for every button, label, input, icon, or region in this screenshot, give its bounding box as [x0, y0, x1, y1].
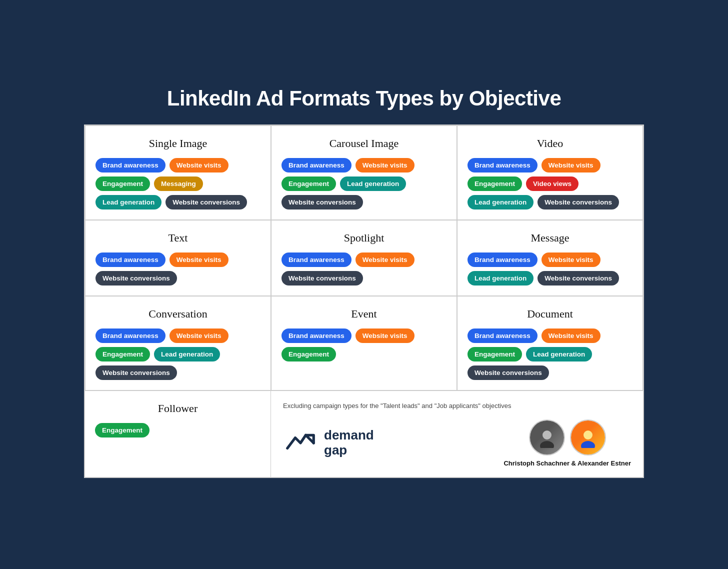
svg-point-1: [540, 441, 554, 448]
tag-brand-awareness: Brand awareness: [282, 252, 352, 267]
tag-website-visits: Website visits: [170, 158, 228, 172]
cell-title-video: Video: [468, 137, 632, 150]
logo-area: demandgap: [283, 428, 374, 458]
cell-title-follower: Follower: [95, 402, 260, 415]
tag-brand-awareness: Brand awareness: [282, 328, 352, 343]
cell-spotlight: SpotlightBrand awarenessWebsite visitsWe…: [271, 220, 457, 296]
svg-point-2: [584, 430, 592, 440]
tags-event: Brand awarenessWebsite visitsEngagement: [282, 328, 446, 362]
tag-brand-awareness: Brand awareness: [96, 252, 166, 267]
cell-title-document: Document: [468, 308, 632, 320]
cell-message: MessageBrand awarenessWebsite visitsLead…: [457, 220, 643, 296]
tag-website-visits: Website visits: [356, 252, 414, 267]
tag-brand-awareness: Brand awareness: [468, 328, 538, 343]
cell-title-carousel-image: Carousel Image: [282, 137, 446, 150]
cell-conversation: ConversationBrand awarenessWebsite visit…: [85, 296, 271, 390]
tags-video: Brand awarenessWebsite visitsEngagementV…: [468, 158, 632, 210]
avatar-christoph-image: [530, 420, 564, 454]
tag-website-conversions: Website conversions: [166, 195, 247, 210]
avatars-row: [529, 420, 606, 456]
tag-engagement: Engagement: [282, 176, 336, 191]
svg-point-0: [542, 430, 552, 440]
branding-row: demandgap Christoph Sch: [283, 420, 631, 467]
tag-website-conversions: Website conversions: [96, 366, 177, 380]
tags-single-image: Brand awarenessWebsite visitsEngagementM…: [96, 158, 260, 210]
bottom-row: FollowerEngagementExcluding campaign typ…: [85, 390, 643, 477]
tag-engagement: Engagement: [468, 347, 522, 362]
svg-point-3: [581, 441, 595, 448]
tag-lead-generation: Lead generation: [340, 176, 406, 191]
tags-document: Brand awarenessWebsite visitsEngagementL…: [468, 328, 632, 380]
tag-engagement: Engagement: [468, 176, 522, 191]
tag-lead-generation: Lead generation: [526, 347, 592, 362]
tag-website-conversions: Website conversions: [538, 195, 619, 210]
tag-website-conversions: Website conversions: [282, 195, 363, 210]
cell-title-single-image: Single Image: [96, 137, 260, 150]
cell-text: TextBrand awarenessWebsite visitsWebsite…: [85, 220, 271, 296]
cell-title-text: Text: [96, 232, 260, 244]
tag-video-views: Video views: [526, 176, 578, 191]
tag-website-visits: Website visits: [542, 328, 600, 343]
tag-brand-awareness: Brand awareness: [96, 328, 166, 343]
tag-brand-awareness: Brand awareness: [468, 158, 538, 172]
tags-carousel-image: Brand awarenessWebsite visitsEngagementL…: [282, 158, 446, 210]
cell-follower: FollowerEngagement: [85, 391, 271, 477]
bottom-right-panel: Excluding campaign types for the "Talent…: [271, 391, 643, 477]
tag-lead-generation: Lead generation: [96, 195, 162, 210]
tag-website-visits: Website visits: [542, 158, 600, 172]
tag-engagement: Engagement: [96, 176, 150, 191]
main-title: LinkedIn Ad Formats Types by Objective: [84, 86, 644, 110]
disclaimer: Excluding campaign types for the "Talent…: [283, 402, 631, 410]
tag-website-conversions: Website conversions: [538, 271, 619, 286]
tag-lead-generation: Lead generation: [154, 347, 220, 362]
grid: Single ImageBrand awarenessWebsite visit…: [84, 124, 644, 478]
tags-conversation: Brand awarenessWebsite visitsEngagementL…: [96, 328, 260, 380]
tag-messaging: Messaging: [154, 176, 203, 191]
tag-website-visits: Website visits: [170, 328, 228, 343]
cell-carousel-image: Carousel ImageBrand awarenessWebsite vis…: [271, 126, 457, 220]
avatars-area: Christoph Schachner & Alexander Estner: [504, 420, 631, 467]
tag-website-visits: Website visits: [170, 252, 228, 267]
cell-title-message: Message: [468, 232, 632, 244]
author-names: Christoph Schachner & Alexander Estner: [504, 460, 631, 467]
tag-lead-generation: Lead generation: [468, 195, 534, 210]
tag-lead-generation: Lead generation: [468, 271, 534, 286]
cell-title-spotlight: Spotlight: [282, 232, 446, 244]
tag-brand-awareness: Brand awareness: [96, 158, 166, 172]
tags-spotlight: Brand awarenessWebsite visitsWebsite con…: [282, 252, 446, 286]
tag-website-conversions: Website conversions: [96, 271, 177, 286]
tag-website-conversions: Website conversions: [282, 271, 363, 286]
tag-website-visits: Website visits: [356, 158, 414, 172]
tag-engagement: Engagement: [95, 423, 150, 438]
tag-website-visits: Website visits: [542, 252, 600, 267]
logo-text: demandgap: [324, 428, 374, 458]
tag-brand-awareness: Brand awareness: [282, 158, 352, 172]
tag-website-visits: Website visits: [356, 328, 414, 343]
cell-event: EventBrand awarenessWebsite visitsEngage…: [271, 296, 457, 390]
cell-document: DocumentBrand awarenessWebsite visitsEng…: [457, 296, 643, 390]
tag-brand-awareness: Brand awareness: [468, 252, 538, 267]
avatar-alexander: [570, 420, 606, 456]
demandgap-logo-icon: [283, 430, 318, 456]
tag-website-conversions: Website conversions: [468, 366, 549, 380]
avatar-alexander-image: [571, 420, 605, 454]
avatar-christoph: [529, 420, 565, 456]
tags-text: Brand awarenessWebsite visitsWebsite con…: [96, 252, 260, 286]
cell-video: VideoBrand awarenessWebsite visitsEngage…: [457, 126, 643, 220]
tag-engagement: Engagement: [282, 347, 336, 362]
cell-single-image: Single ImageBrand awarenessWebsite visit…: [85, 126, 271, 220]
tag-engagement: Engagement: [96, 347, 150, 362]
cell-title-conversation: Conversation: [96, 308, 260, 320]
tags-message: Brand awarenessWebsite visitsLead genera…: [468, 252, 632, 286]
main-container: LinkedIn Ad Formats Types by Objective S…: [64, 72, 664, 498]
cell-title-event: Event: [282, 308, 446, 320]
